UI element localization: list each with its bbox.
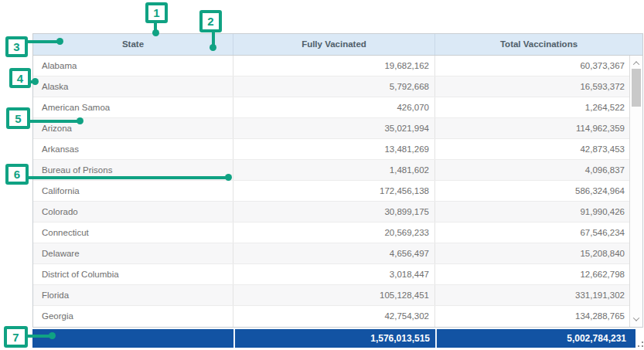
table-total-row: 1,576,013,515 5,002,784,231 [32,329,635,348]
cell-fully-vaccinated[interactable]: 35,021,994 [233,118,434,138]
cell-state[interactable]: American Samoa [33,97,233,117]
cell-fully-vaccinated[interactable]: 4,656,497 [233,243,434,263]
table-row[interactable]: District of Columbia 3,018,447 12,662,79… [33,264,642,285]
scrollbar-thumb[interactable] [632,69,641,107]
callout-dot-2 [210,44,216,51]
table-row[interactable]: Delaware 4,656,497 15,208,840 [33,243,642,264]
cell-state[interactable]: Alaska [33,76,233,97]
cell-fully-vaccinated[interactable]: 105,128,451 [233,285,434,305]
resize-grip-icon[interactable] [638,342,644,348]
callout-badge-7: 7 [4,326,28,348]
table-header-row: State Fully Vacinated Total Vaccinations [33,34,642,56]
table-row[interactable]: California 172,456,138 586,324,964 [33,181,642,202]
table-body: Alabama 19,682,162 60,373,367 Alaska 5,7… [33,56,642,327]
cell-total-vaccinations[interactable]: 4,096,837 [434,160,629,180]
annotated-screenshot: State Fully Vacinated Total Vaccinations… [0,0,644,350]
column-header-state[interactable]: State [33,34,233,55]
cell-fully-vaccinated[interactable]: 30,899,175 [233,202,434,222]
cell-state[interactable]: Connecticut [33,223,233,243]
callout-dot-7 [49,332,56,339]
cell-total-vaccinations[interactable]: 91,990,426 [434,202,629,222]
cell-fully-vaccinated[interactable]: 3,018,447 [233,264,434,284]
cell-total-vaccinations[interactable]: 1,264,522 [434,97,629,117]
callout-line-5 [30,120,81,123]
cell-total-vaccinations[interactable]: 586,324,964 [434,181,629,201]
chevron-down-icon[interactable] [632,315,640,323]
table-row[interactable]: Georgia 42,754,302 134,288,765 [33,306,642,327]
cell-total-vaccinations[interactable]: 331,191,302 [434,285,629,305]
cell-total-vaccinations[interactable]: 60,373,367 [434,56,629,76]
total-cell-fully-vaccinated: 1,576,013,515 [235,329,435,348]
column-header-fully-vaccinated[interactable]: Fully Vacinated [233,34,434,55]
cell-state[interactable]: Florida [33,285,233,305]
cell-total-vaccinations[interactable]: 12,662,798 [434,264,629,284]
callout-badge-6: 6 [5,164,29,185]
callout-dot-6 [225,174,232,181]
cell-fully-vaccinated[interactable]: 19,682,162 [233,56,434,76]
chevron-up-icon[interactable] [632,59,640,67]
cell-total-vaccinations[interactable]: 42,873,453 [434,139,629,159]
cell-state[interactable]: Georgia [33,306,233,327]
callout-dot-3 [56,38,63,45]
cell-total-vaccinations[interactable]: 15,208,840 [434,243,629,263]
callout-badge-1: 1 [145,2,168,23]
table-row[interactable]: Connecticut 20,569,233 67,546,234 [33,223,642,243]
cell-state[interactable]: Arkansas [33,139,233,159]
cell-fully-vaccinated[interactable]: 426,070 [233,97,434,117]
callout-badge-5: 5 [6,107,30,129]
cell-fully-vaccinated[interactable]: 5,792,668 [233,76,434,97]
cell-state[interactable]: District of Columbia [33,264,233,284]
table-row[interactable]: Arkansas 13,481,269 42,873,453 [33,139,642,160]
callout-badge-3: 3 [5,36,28,57]
cell-state[interactable]: Delaware [33,243,233,263]
cell-total-vaccinations[interactable]: 114,962,359 [434,118,629,138]
column-header-total-vaccinations[interactable]: Total Vaccinations [434,34,642,55]
callout-dot-1 [152,29,159,36]
cell-state[interactable]: California [33,181,233,201]
table-row[interactable]: Alabama 19,682,162 60,373,367 [33,56,642,76]
cell-fully-vaccinated[interactable]: 20,569,233 [233,223,434,243]
cell-total-vaccinations[interactable]: 134,288,765 [434,306,629,327]
callout-dot-4 [32,78,39,85]
cell-fully-vaccinated[interactable]: 1,481,602 [233,160,434,180]
callout-line-6 [29,176,230,179]
cell-state[interactable]: Alabama [33,56,233,76]
table-row[interactable]: Alaska 5,792,668 16,593,372 [33,76,642,97]
table-row[interactable]: American Samoa 426,070 1,264,522 [33,97,642,118]
callout-badge-2: 2 [199,10,222,32]
total-cell-total-vaccinations: 5,002,784,231 [437,329,635,348]
table-row[interactable]: Florida 105,128,451 331,191,302 [33,285,642,306]
total-cell-state [32,329,233,348]
cell-total-vaccinations[interactable]: 16,593,372 [434,76,629,97]
table-row[interactable]: Arizona 35,021,994 114,962,359 [33,118,642,139]
data-table: State Fully Vacinated Total Vaccinations… [32,33,643,328]
vertical-scrollbar[interactable] [629,56,642,327]
cell-fully-vaccinated[interactable]: 13,481,269 [233,139,434,159]
callout-badge-4: 4 [9,68,31,88]
table-row[interactable]: Colorado 30,899,175 91,990,426 [33,202,642,223]
callout-line-3 [28,40,60,43]
callout-dot-5 [77,117,83,124]
cell-fully-vaccinated[interactable]: 42,754,302 [233,306,434,327]
cell-total-vaccinations[interactable]: 67,546,234 [434,223,629,243]
cell-fully-vaccinated[interactable]: 172,456,138 [233,181,434,201]
cell-state[interactable]: Colorado [33,202,233,222]
